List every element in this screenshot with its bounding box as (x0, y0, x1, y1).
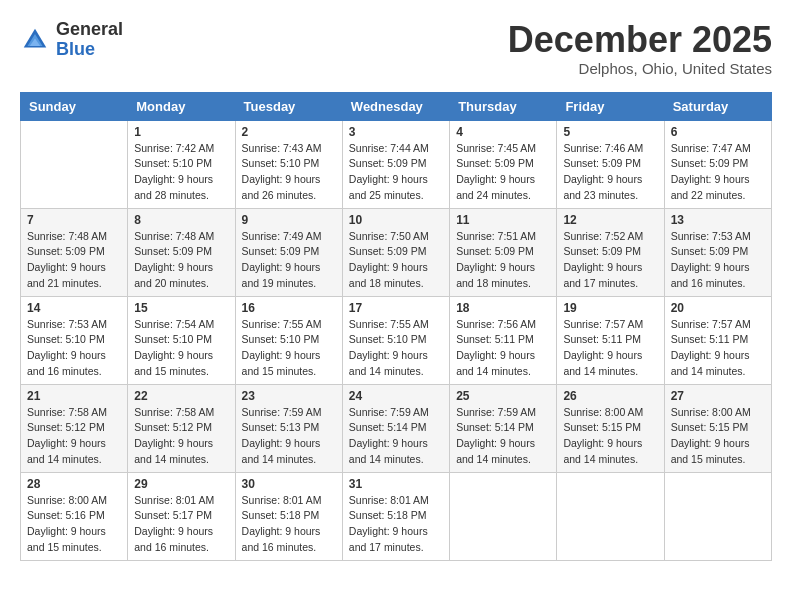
daylight-text: Daylight: 9 hours and 26 minutes. (242, 172, 336, 204)
calendar-day-cell: 9 Sunrise: 7:49 AM Sunset: 5:09 PM Dayli… (235, 208, 342, 296)
sunrise-text: Sunrise: 7:58 AM (27, 405, 121, 421)
day-info: Sunrise: 7:55 AM Sunset: 5:10 PM Dayligh… (242, 317, 336, 380)
sunset-text: Sunset: 5:11 PM (671, 332, 765, 348)
sunrise-text: Sunrise: 7:46 AM (563, 141, 657, 157)
sunrise-text: Sunrise: 7:50 AM (349, 229, 443, 245)
calendar-table: SundayMondayTuesdayWednesdayThursdayFrid… (20, 92, 772, 561)
daylight-text: Daylight: 9 hours and 19 minutes. (242, 260, 336, 292)
calendar-day-cell: 17 Sunrise: 7:55 AM Sunset: 5:10 PM Dayl… (342, 296, 449, 384)
sunset-text: Sunset: 5:09 PM (671, 244, 765, 260)
sunrise-text: Sunrise: 8:01 AM (134, 493, 228, 509)
day-number: 19 (563, 301, 657, 315)
sunset-text: Sunset: 5:10 PM (242, 156, 336, 172)
sunrise-text: Sunrise: 7:48 AM (27, 229, 121, 245)
day-number: 9 (242, 213, 336, 227)
sunrise-text: Sunrise: 7:55 AM (242, 317, 336, 333)
sunset-text: Sunset: 5:11 PM (563, 332, 657, 348)
daylight-text: Daylight: 9 hours and 25 minutes. (349, 172, 443, 204)
daylight-text: Daylight: 9 hours and 15 minutes. (242, 348, 336, 380)
daylight-text: Daylight: 9 hours and 18 minutes. (456, 260, 550, 292)
calendar-day-cell: 10 Sunrise: 7:50 AM Sunset: 5:09 PM Dayl… (342, 208, 449, 296)
daylight-text: Daylight: 9 hours and 16 minutes. (242, 524, 336, 556)
calendar-day-cell: 6 Sunrise: 7:47 AM Sunset: 5:09 PM Dayli… (664, 120, 771, 208)
sunset-text: Sunset: 5:09 PM (563, 244, 657, 260)
daylight-text: Daylight: 9 hours and 22 minutes. (671, 172, 765, 204)
daylight-text: Daylight: 9 hours and 17 minutes. (563, 260, 657, 292)
sunrise-text: Sunrise: 7:44 AM (349, 141, 443, 157)
sunset-text: Sunset: 5:11 PM (456, 332, 550, 348)
day-of-week-header: Tuesday (235, 92, 342, 120)
calendar-day-cell: 16 Sunrise: 7:55 AM Sunset: 5:10 PM Dayl… (235, 296, 342, 384)
day-info: Sunrise: 7:59 AM Sunset: 5:14 PM Dayligh… (349, 405, 443, 468)
sunrise-text: Sunrise: 8:00 AM (563, 405, 657, 421)
calendar-day-cell: 12 Sunrise: 7:52 AM Sunset: 5:09 PM Dayl… (557, 208, 664, 296)
calendar-day-cell (450, 472, 557, 560)
sunrise-text: Sunrise: 7:59 AM (349, 405, 443, 421)
calendar-week-row: 21 Sunrise: 7:58 AM Sunset: 5:12 PM Dayl… (21, 384, 772, 472)
day-info: Sunrise: 7:58 AM Sunset: 5:12 PM Dayligh… (134, 405, 228, 468)
day-of-week-header: Sunday (21, 92, 128, 120)
calendar-day-cell: 1 Sunrise: 7:42 AM Sunset: 5:10 PM Dayli… (128, 120, 235, 208)
sunset-text: Sunset: 5:14 PM (349, 420, 443, 436)
sunset-text: Sunset: 5:12 PM (134, 420, 228, 436)
calendar-day-cell: 18 Sunrise: 7:56 AM Sunset: 5:11 PM Dayl… (450, 296, 557, 384)
calendar-day-cell: 22 Sunrise: 7:58 AM Sunset: 5:12 PM Dayl… (128, 384, 235, 472)
location: Delphos, Ohio, United States (508, 60, 772, 77)
day-info: Sunrise: 7:45 AM Sunset: 5:09 PM Dayligh… (456, 141, 550, 204)
calendar-day-cell: 5 Sunrise: 7:46 AM Sunset: 5:09 PM Dayli… (557, 120, 664, 208)
daylight-text: Daylight: 9 hours and 20 minutes. (134, 260, 228, 292)
daylight-text: Daylight: 9 hours and 14 minutes. (671, 348, 765, 380)
day-number: 25 (456, 389, 550, 403)
day-info: Sunrise: 7:59 AM Sunset: 5:14 PM Dayligh… (456, 405, 550, 468)
day-info: Sunrise: 8:00 AM Sunset: 5:16 PM Dayligh… (27, 493, 121, 556)
calendar-day-cell: 24 Sunrise: 7:59 AM Sunset: 5:14 PM Dayl… (342, 384, 449, 472)
sunset-text: Sunset: 5:09 PM (563, 156, 657, 172)
day-number: 26 (563, 389, 657, 403)
page-header: General Blue December 2025 Delphos, Ohio… (20, 20, 772, 77)
sunset-text: Sunset: 5:13 PM (242, 420, 336, 436)
day-info: Sunrise: 7:48 AM Sunset: 5:09 PM Dayligh… (27, 229, 121, 292)
sunset-text: Sunset: 5:10 PM (134, 332, 228, 348)
day-of-week-header: Monday (128, 92, 235, 120)
daylight-text: Daylight: 9 hours and 15 minutes. (27, 524, 121, 556)
calendar-day-cell (664, 472, 771, 560)
title-block: December 2025 Delphos, Ohio, United Stat… (508, 20, 772, 77)
sunrise-text: Sunrise: 7:47 AM (671, 141, 765, 157)
day-number: 31 (349, 477, 443, 491)
day-of-week-header: Friday (557, 92, 664, 120)
daylight-text: Daylight: 9 hours and 15 minutes. (134, 348, 228, 380)
daylight-text: Daylight: 9 hours and 14 minutes. (349, 436, 443, 468)
day-info: Sunrise: 8:01 AM Sunset: 5:18 PM Dayligh… (349, 493, 443, 556)
day-number: 27 (671, 389, 765, 403)
daylight-text: Daylight: 9 hours and 14 minutes. (134, 436, 228, 468)
day-info: Sunrise: 7:48 AM Sunset: 5:09 PM Dayligh… (134, 229, 228, 292)
daylight-text: Daylight: 9 hours and 14 minutes. (563, 436, 657, 468)
calendar-day-cell: 27 Sunrise: 8:00 AM Sunset: 5:15 PM Dayl… (664, 384, 771, 472)
calendar-day-cell: 19 Sunrise: 7:57 AM Sunset: 5:11 PM Dayl… (557, 296, 664, 384)
day-info: Sunrise: 7:47 AM Sunset: 5:09 PM Dayligh… (671, 141, 765, 204)
daylight-text: Daylight: 9 hours and 24 minutes. (456, 172, 550, 204)
day-info: Sunrise: 7:54 AM Sunset: 5:10 PM Dayligh… (134, 317, 228, 380)
calendar-day-cell: 20 Sunrise: 7:57 AM Sunset: 5:11 PM Dayl… (664, 296, 771, 384)
daylight-text: Daylight: 9 hours and 16 minutes. (134, 524, 228, 556)
sunset-text: Sunset: 5:16 PM (27, 508, 121, 524)
day-number: 3 (349, 125, 443, 139)
day-info: Sunrise: 7:49 AM Sunset: 5:09 PM Dayligh… (242, 229, 336, 292)
sunrise-text: Sunrise: 7:43 AM (242, 141, 336, 157)
day-of-week-header: Thursday (450, 92, 557, 120)
sunrise-text: Sunrise: 7:57 AM (563, 317, 657, 333)
sunrise-text: Sunrise: 7:59 AM (456, 405, 550, 421)
day-number: 7 (27, 213, 121, 227)
daylight-text: Daylight: 9 hours and 14 minutes. (349, 348, 443, 380)
daylight-text: Daylight: 9 hours and 18 minutes. (349, 260, 443, 292)
calendar-day-cell: 3 Sunrise: 7:44 AM Sunset: 5:09 PM Dayli… (342, 120, 449, 208)
daylight-text: Daylight: 9 hours and 23 minutes. (563, 172, 657, 204)
day-number: 10 (349, 213, 443, 227)
calendar-week-row: 7 Sunrise: 7:48 AM Sunset: 5:09 PM Dayli… (21, 208, 772, 296)
daylight-text: Daylight: 9 hours and 16 minutes. (27, 348, 121, 380)
calendar-day-cell: 13 Sunrise: 7:53 AM Sunset: 5:09 PM Dayl… (664, 208, 771, 296)
day-info: Sunrise: 7:42 AM Sunset: 5:10 PM Dayligh… (134, 141, 228, 204)
daylight-text: Daylight: 9 hours and 15 minutes. (671, 436, 765, 468)
calendar-header-row: SundayMondayTuesdayWednesdayThursdayFrid… (21, 92, 772, 120)
calendar-day-cell: 2 Sunrise: 7:43 AM Sunset: 5:10 PM Dayli… (235, 120, 342, 208)
